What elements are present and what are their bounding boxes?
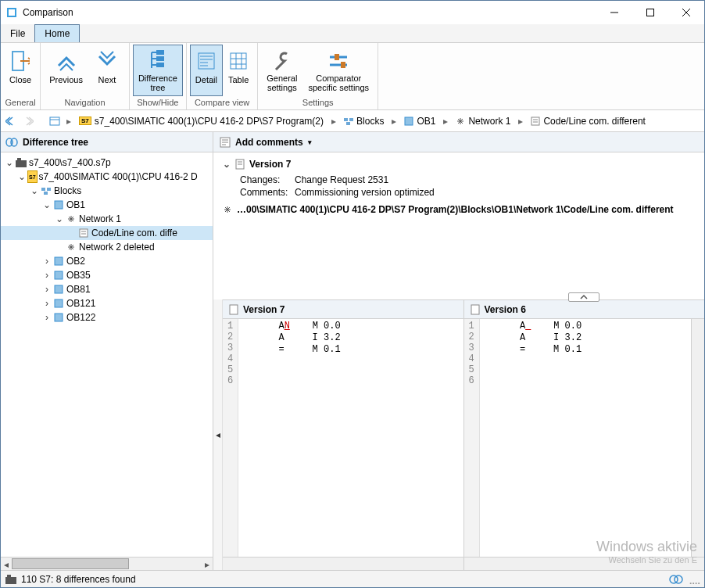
close-button[interactable] (668, 1, 704, 24)
expand-up-button[interactable] (568, 292, 599, 302)
detail-button[interactable]: Detail (190, 45, 223, 96)
tree-node-ob35[interactable]: ›OB35 (1, 268, 213, 282)
breadcrumb-item-project[interactable]: S7 s7_400\SIMATIC 400(1)\CPU 416-2 DP\S7… (76, 114, 327, 128)
svg-rect-44 (55, 201, 63, 209)
chevron-down-icon (95, 48, 119, 74)
compare-gutter: ◂ (213, 299, 223, 570)
app-icon (5, 6, 18, 19)
tree-node-ob81[interactable]: ›OB81 (1, 282, 213, 296)
code-header-left: Version 7 (223, 300, 463, 319)
expand-icon[interactable]: ⌄ (223, 159, 231, 170)
network-icon (65, 213, 77, 225)
menu-home[interactable]: Home (34, 24, 80, 42)
tree-horizontal-scrollbar[interactable]: ◂ ▸ (1, 557, 213, 570)
breadcrumb-item-ob1[interactable]: OB1 (401, 114, 438, 128)
block-icon (52, 199, 65, 211)
nav-back-button[interactable] (4, 114, 18, 128)
project-icon (15, 156, 27, 169)
left-pane: Difference tree ⌄s7_400\s7_400.s7p ⌄S7s7… (1, 132, 213, 570)
svg-rect-28 (346, 122, 350, 125)
svg-rect-73 (471, 305, 479, 314)
svg-rect-3 (647, 9, 654, 16)
code-body-right[interactable]: 123456 A M 0.0 A I 3.2 = M 0.1 (464, 319, 692, 557)
svg-rect-72 (230, 305, 238, 314)
selected-path: …00\SIMATIC 400(1)\CPU 416-2 DP\S7 Progr… (237, 204, 674, 215)
document-icon (235, 159, 245, 170)
svg-rect-60 (55, 314, 63, 321)
maximize-button[interactable] (632, 1, 668, 24)
code-left-scrollbar[interactable] (223, 557, 463, 570)
scroll-right-icon[interactable]: ▸ (202, 558, 213, 571)
code-right-scrollbar[interactable] (464, 557, 705, 570)
difference-tree-button[interactable]: Difference tree (133, 45, 183, 96)
svg-rect-43 (44, 192, 48, 195)
ribbon-group-settings: General settings Comparator specific set… (258, 43, 378, 109)
table-button[interactable]: Table (223, 45, 254, 96)
svg-rect-39 (16, 160, 27, 167)
tree-node-s7proj[interactable]: ⌄S7s7_400\SIMATIC 400(1)\CPU 416-2 D (1, 170, 213, 184)
titlebar: Comparison (1, 1, 704, 24)
menu-file[interactable]: File (1, 24, 34, 42)
status-text: 110 S7: 8 differences found (21, 574, 136, 585)
code-pane-right: Version 6 123456 A M 0.0 A I 3.2 = M 0.1 (463, 299, 705, 570)
tree-node-ob122[interactable]: ›OB122 (1, 310, 213, 324)
svg-rect-40 (17, 158, 21, 161)
close-ribbon-button[interactable]: Close (4, 45, 37, 96)
code-body-left[interactable]: 123456 AN M 0.0 A I 3.2 = M 0.1 (223, 319, 463, 557)
svg-rect-8 (156, 56, 164, 61)
block-icon (52, 255, 65, 267)
tree-node-ob1[interactable]: ⌄OB1 (1, 198, 213, 212)
svg-rect-58 (55, 285, 63, 293)
code-right-vertical-scrollbar[interactable] (691, 319, 704, 557)
previous-button[interactable]: Previous (44, 45, 88, 96)
sliders-icon (327, 48, 350, 72)
main-area: Difference tree ⌄s7_400\s7_400.s7p ⌄S7s7… (1, 132, 704, 570)
svg-rect-41 (41, 188, 45, 191)
scroll-left-icon[interactable]: ◂ (1, 558, 12, 571)
tree-header-icon (5, 138, 18, 147)
add-comments-bar[interactable]: Add comments ▾ (213, 132, 704, 152)
network-icon (65, 241, 77, 253)
comment-icon (220, 137, 231, 148)
comparator-settings-button[interactable]: Comparator specific settings (302, 45, 374, 96)
breadcrumb-item-blocks[interactable]: Blocks (341, 114, 387, 128)
s7-icon: S7 (79, 117, 91, 125)
block-icon (52, 297, 65, 310)
breadcrumb-sep: ▸ (65, 116, 73, 127)
menubar: File Home (1, 24, 704, 43)
resize-grip-icon[interactable]: ⣀⣀ (689, 574, 700, 585)
tree-icon (147, 48, 169, 72)
app-window: Comparison File Home Close General (0, 0, 705, 588)
tree-node-blocks[interactable]: ⌄Blocks (1, 184, 213, 198)
tree-node-root[interactable]: ⌄s7_400\s7_400.s7p (1, 156, 213, 170)
tree-node-network1[interactable]: ⌄Network 1 (1, 212, 213, 226)
tree-node-codeline[interactable]: Code/Line com. diffe (1, 226, 213, 240)
svg-rect-29 (405, 117, 413, 125)
blocks-icon (344, 117, 353, 126)
status-icon (5, 575, 16, 584)
window-title: Comparison (23, 7, 596, 18)
chevron-up-icon (55, 48, 78, 74)
breadcrumb-item-network1[interactable]: Network 1 (453, 114, 514, 128)
nav-forward-button[interactable] (21, 114, 35, 128)
svg-rect-57 (55, 271, 63, 279)
collapse-handle-icon[interactable]: ◂ (216, 429, 220, 440)
svg-rect-10 (199, 53, 214, 69)
tree-node-ob121[interactable]: ›OB121 (1, 296, 213, 310)
scrollbar-thumb[interactable] (12, 558, 129, 569)
block-icon (52, 269, 65, 281)
minimize-button[interactable] (596, 1, 632, 24)
tree-node-ob2[interactable]: ›OB2 (1, 254, 213, 268)
svg-rect-75 (7, 575, 11, 578)
difference-tree[interactable]: ⌄s7_400\s7_400.s7p ⌄S7s7_400\SIMATIC 400… (1, 152, 213, 557)
svg-point-77 (675, 575, 682, 583)
breadcrumb-item-codeline[interactable]: Code/Line com. different (528, 114, 649, 128)
window-controls (596, 1, 704, 24)
next-button[interactable]: Next (88, 45, 126, 96)
ribbon: Close General Previous Next Navigation (1, 43, 704, 110)
tree-node-network2-deleted[interactable]: Network 2 deleted (1, 240, 213, 254)
svg-rect-49 (80, 229, 88, 237)
svg-rect-24 (50, 117, 59, 125)
breadcrumb-root-icon[interactable] (48, 114, 62, 128)
general-settings-button[interactable]: General settings (261, 45, 302, 96)
